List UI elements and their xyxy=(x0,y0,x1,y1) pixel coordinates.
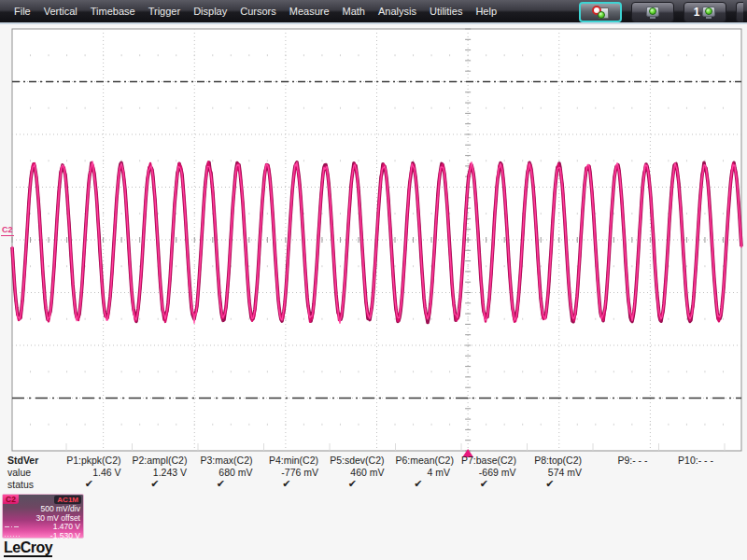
channel-badge[interactable]: C2 xyxy=(3,495,19,504)
measurement-value-P4: -776 mV xyxy=(264,467,331,478)
monitor-green-ball-icon xyxy=(645,7,660,19)
oscilloscope-screen: C2 FileVerticalTimebaseTriggerDisplayCur… xyxy=(0,0,747,560)
measurement-label-P4[interactable]: P4:min(C2) xyxy=(264,455,331,466)
channel-lower-level: -1.530 V xyxy=(50,531,80,540)
measurement-value-P3: 680 mV xyxy=(198,467,264,478)
measurement-row-stdver: StdVerP1:pkpk(C2)P2:ampl(C2)P3:max(C2)P4… xyxy=(0,454,747,466)
menu-item-math[interactable]: Math xyxy=(336,1,372,21)
measurement-label-P3[interactable]: P3:max(C2) xyxy=(198,455,264,466)
measurement-status-P4: ✔ xyxy=(264,478,331,490)
channel-upper-level: 1.470 V xyxy=(53,522,80,531)
measurement-status-P8: ✔ xyxy=(528,478,594,490)
channel-descriptor-box[interactable]: C2 AC1M 500 mV/div 30 mV offset 1.470 V … xyxy=(2,494,84,539)
menu-item-analysis[interactable]: Analysis xyxy=(372,1,423,21)
trace-label-c2[interactable]: C2 xyxy=(1,226,14,236)
row-header: status xyxy=(0,479,66,490)
measurement-label-P10[interactable]: P10:- - - xyxy=(659,455,726,466)
measurement-status-P5: ✔ xyxy=(330,478,396,490)
menu-item-help[interactable]: Help xyxy=(469,1,503,21)
row-header: StdVer xyxy=(0,455,66,466)
menu-item-trigger[interactable]: Trigger xyxy=(142,1,187,21)
measurement-status-P2: ✔ xyxy=(133,478,199,490)
measurement-label-P2[interactable]: P2:ampl(C2) xyxy=(133,455,199,466)
measurement-value-P1: 1.46 V xyxy=(66,467,133,478)
measurement-value-P8: 574 mV xyxy=(528,467,594,478)
toolbar: 1 xyxy=(579,0,747,24)
dashdot-line-icon xyxy=(5,526,20,527)
measurement-row-status: status✔✔✔✔✔✔✔✔ xyxy=(0,478,747,490)
display-button[interactable] xyxy=(631,2,674,22)
measurement-value-P5: 460 mV xyxy=(330,467,396,478)
measurement-status-P1: ✔ xyxy=(66,478,133,490)
measurement-label-P8[interactable]: P8:top(C2) xyxy=(528,455,594,466)
measurement-label-P6[interactable]: P6:mean(C2) xyxy=(396,455,462,466)
menu-item-display[interactable]: Display xyxy=(187,1,233,21)
measurement-row-value: value1.46 V1.243 V680 mV-776 mV460 mV4 m… xyxy=(0,466,747,478)
menu-item-cursors[interactable]: Cursors xyxy=(233,1,283,21)
timer-capture-button[interactable] xyxy=(579,2,622,22)
menu-item-file[interactable]: File xyxy=(7,1,37,21)
measurement-value-P7: -669 mV xyxy=(461,467,528,478)
menu-item-utilities[interactable]: Utilities xyxy=(423,1,469,21)
button-number-label: 1 xyxy=(694,7,700,18)
measurement-value-P6: 4 mV xyxy=(396,467,462,478)
measurement-label-P1[interactable]: P1:pkpk(C2) xyxy=(66,455,133,466)
lecroy-logo: LeCroy xyxy=(4,539,52,557)
measurement-status-P3: ✔ xyxy=(198,478,264,490)
measurement-status-P7: ✔ xyxy=(461,478,528,490)
row-header: value xyxy=(0,467,66,478)
measurement-label-P7[interactable]: P7:base(C2) xyxy=(461,455,528,466)
measurement-label-P9[interactable]: P9:- - - xyxy=(593,455,659,466)
measurement-label-P5[interactable]: P5:sdev(C2) xyxy=(330,455,396,466)
measurement-status-P6: ✔ xyxy=(396,478,462,490)
dotted-line-icon xyxy=(5,536,20,537)
menu-item-measure[interactable]: Measure xyxy=(283,1,336,21)
measurement-value-P2: 1.243 V xyxy=(133,467,199,478)
menu-item-timebase[interactable]: Timebase xyxy=(84,1,142,21)
coupling-badge[interactable]: AC1M xyxy=(54,496,81,504)
menu-items: FileVerticalTimebaseTriggerDisplayCursor… xyxy=(0,1,503,21)
partial-button[interactable] xyxy=(736,2,743,22)
monitor-green-ball-icon xyxy=(701,7,716,19)
menu-bar: FileVerticalTimebaseTriggerDisplayCursor… xyxy=(0,0,747,24)
alarm-clock-green-ball-icon xyxy=(592,6,609,20)
display-1-button[interactable]: 1 xyxy=(684,2,726,22)
measurement-table: StdVerP1:pkpk(C2)P2:ampl(C2)P3:max(C2)P4… xyxy=(0,454,747,490)
menu-item-vertical[interactable]: Vertical xyxy=(37,1,84,21)
